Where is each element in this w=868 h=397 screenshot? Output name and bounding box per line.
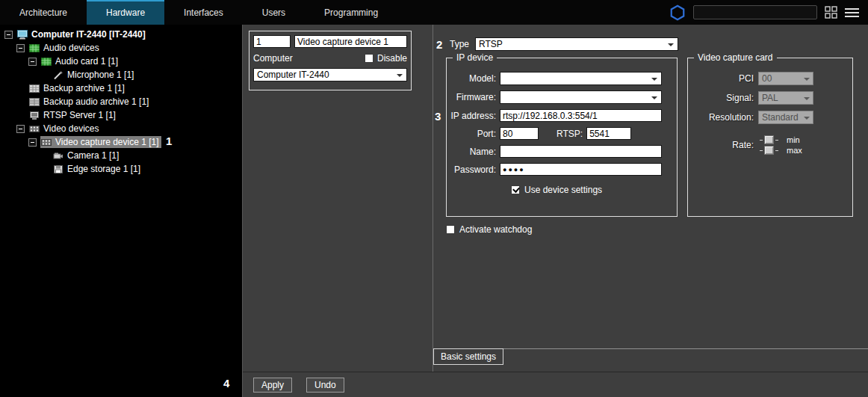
computer-select[interactable]: Computer IT-2440 [253,68,407,81]
rate-max-label: max [787,146,802,155]
step-annotation-1: 1 [166,135,172,147]
resolution-label: Resolution: [688,112,754,123]
collapse-icon[interactable] [16,125,25,133]
tree-item-backup-audio-archive[interactable]: Backup audio archive 1 [1] [0,95,242,108]
computer-icon [17,30,28,40]
rate-min-label: min [787,135,800,144]
name-input[interactable] [500,145,662,158]
tick-mark [775,140,778,141]
undo-button[interactable]: Undo [306,378,344,393]
microphone-icon [53,70,63,80]
tree-item-backup-archive[interactable]: Backup archive 1 [1] [0,81,242,95]
pci-label: PCI [688,73,754,84]
action-bar: Apply Undo [243,372,868,397]
activate-watchdog-checkbox[interactable] [446,225,455,234]
use-device-settings-checkbox[interactable] [511,185,520,194]
disable-label: Disable [377,53,407,64]
settings-panel: Computer Disable Computer IT-2440 Type R… [242,25,868,397]
step-annotation-2: 2 [436,38,442,51]
tick-mark [760,150,763,151]
tick-mark [760,140,763,141]
camera-icon [53,151,63,161]
port-input[interactable] [500,127,539,140]
password-label: Password: [448,164,496,175]
ip-device-legend: IP device [453,52,497,63]
search-input[interactable] [693,5,817,19]
tree-item-audio-card[interactable]: Audio card 1 [1] [0,55,242,68]
collapse-icon[interactable] [28,138,37,147]
signal-select: PAL [758,91,813,105]
menu-interfaces[interactable]: Interfaces [164,0,243,25]
application-window: Architecture Hardware Interfaces Users P… [0,0,868,397]
tree-item-camera[interactable]: Camera 1 [1] [0,149,242,162]
menu-icon[interactable] [845,7,859,18]
port-label: Port: [448,129,496,139]
activate-watchdog-label: Activate watchdog [459,224,532,235]
device-card: Computer Disable Computer IT-2440 [249,31,412,90]
video-devices-icon [29,124,40,134]
rate-slider[interactable]: min max [758,135,802,156]
step-annotation-3: 3 [435,110,441,123]
computer-label: Computer [253,53,293,64]
rtsp-port-input[interactable] [586,127,631,140]
ip-device-group: IP device Model: Firmware: IP address: [446,58,678,217]
grid-icon[interactable] [825,6,837,19]
type-select[interactable]: RTSP [475,37,678,51]
password-input[interactable] [500,163,662,176]
model-label: Model: [448,73,496,84]
pci-select: 00 [758,72,813,85]
rtsp-port-label: RTSP: [557,129,583,139]
tree-item-microphone[interactable]: Microphone 1 [1] [0,68,242,81]
collapse-icon[interactable] [4,31,13,39]
firmware-label: Firmware: [448,92,496,102]
model-select[interactable] [500,72,662,85]
signal-label: Signal: [688,93,754,103]
ip-address-label: IP address: [448,111,496,121]
step-annotation-4: 4 [223,377,229,390]
tree-item-video-devices[interactable]: Video devices [0,122,242,135]
rtsp-server-icon [29,111,40,120]
type-label: Type [450,39,469,49]
use-device-settings-label: Use device settings [524,185,602,195]
device-id-input[interactable] [253,35,291,48]
menu-architecture[interactable]: Architecture [0,0,87,25]
backup-archive-icon [29,84,40,93]
video-capture-device-icon [41,138,52,147]
device-name-input[interactable] [294,35,407,48]
tree-item-audio-devices[interactable]: Audio devices [0,41,242,55]
tick-mark [775,150,778,151]
video-capture-card-group: Video capture card PCI 00 Signal: PAL Re… [687,58,853,217]
edge-storage-icon [53,164,63,174]
collapse-icon[interactable] [16,44,25,52]
logo-hexagon-icon [669,4,686,21]
tab-basic-settings[interactable]: Basic settings [433,348,503,365]
resolution-select: Standard [758,111,813,124]
tree-item-rtsp-server[interactable]: RTSP Server 1 [1] [0,108,242,122]
device-settings: Type RTSP IP device Model: Firmware: [433,25,868,372]
tree-item-video-capture-device[interactable]: Video capture device 1 [1] [0,135,242,149]
ip-address-input[interactable] [500,109,662,122]
disable-checkbox[interactable] [365,54,373,63]
name-label: Name: [448,147,496,157]
rate-label: Rate: [688,140,754,150]
firmware-select[interactable] [500,90,662,104]
top-menubar: Architecture Hardware Interfaces Users P… [0,0,868,25]
backup-audio-archive-icon [29,97,40,107]
menu-programming[interactable]: Programming [305,0,397,25]
rate-down-button[interactable] [764,146,774,155]
menu-hardware[interactable]: Hardware [87,0,164,25]
device-tree: Computer IT-2440 [IT-2440] Audio devices… [0,25,242,397]
menu-users[interactable]: Users [243,0,305,25]
collapse-icon[interactable] [28,58,37,66]
audio-devices-icon [29,43,40,53]
rate-up-button[interactable] [764,135,774,144]
audio-card-icon [41,57,52,67]
video-capture-card-legend: Video capture card [694,52,777,63]
apply-button[interactable]: Apply [253,378,292,393]
tree-item-computer[interactable]: Computer IT-2440 [IT-2440] [0,28,242,41]
tree-item-edge-storage[interactable]: Edge storage 1 [1] [0,162,242,176]
